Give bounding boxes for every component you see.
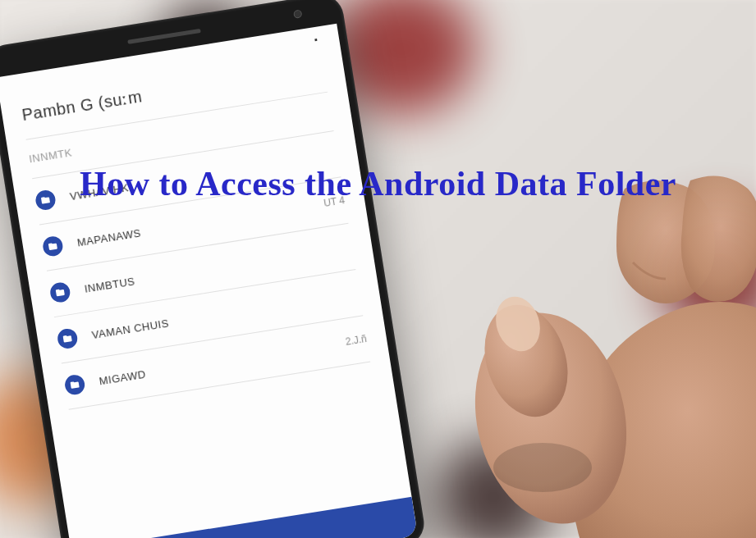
- folder-icon: [42, 235, 64, 258]
- folder-list: INNMTK VWHAV HK MAPANAWS UT 4: [7, 89, 412, 538]
- status-icon: ▪: [314, 34, 323, 43]
- phone-screen: ▪ Pambn G (suːm INNMTK VWHAV HK: [0, 24, 418, 538]
- folder-icon: [63, 373, 85, 395]
- bokeh-dot: [436, 440, 551, 538]
- phone-camera: [293, 9, 302, 18]
- bokeh-dot: [657, 213, 756, 336]
- phone-speaker: [127, 29, 201, 44]
- folder-icon: [49, 281, 71, 303]
- folder-icon: [56, 327, 78, 349]
- folder-meta: 2.J.ñ: [345, 333, 368, 348]
- article-title-overlay: How to Access the Android Data Folder: [0, 164, 756, 203]
